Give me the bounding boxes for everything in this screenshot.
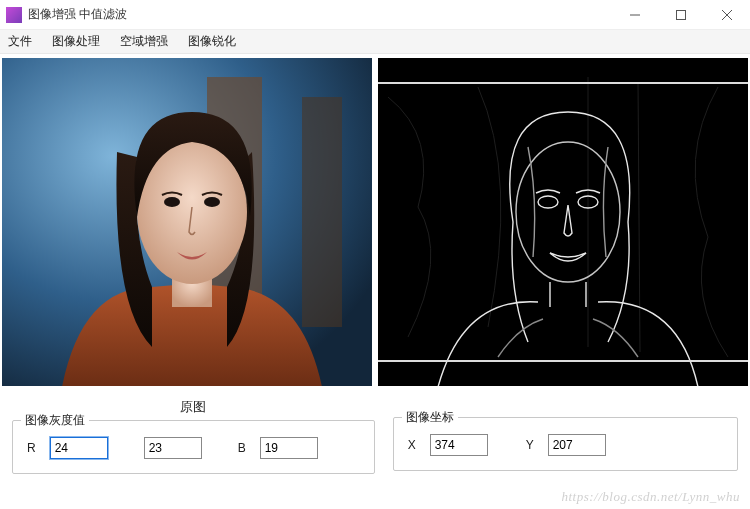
y-input[interactable]: [548, 434, 606, 456]
svg-point-9: [164, 197, 180, 207]
window-title: 图像增强 中值滤波: [28, 6, 127, 23]
svg-rect-1: [677, 10, 686, 19]
menu-file[interactable]: 文件: [8, 33, 32, 50]
menu-bar: 文件 图像处理 空域增强 图像锐化: [0, 30, 750, 54]
title-bar: 图像增强 中值滤波: [0, 0, 750, 30]
menu-image-sharpen[interactable]: 图像锐化: [188, 33, 236, 50]
coord-group-label: 图像坐标: [402, 409, 458, 426]
b-input[interactable]: [260, 437, 318, 459]
menu-spatial-enhance[interactable]: 空域增强: [120, 33, 168, 50]
r-label: R: [27, 441, 36, 455]
left-panel: 原图 图像灰度值 R B: [12, 398, 375, 474]
y-label: Y: [526, 438, 534, 452]
svg-rect-6: [302, 97, 342, 327]
processed-image: [378, 58, 748, 386]
minimize-icon: [630, 10, 640, 20]
maximize-button[interactable]: [658, 0, 704, 30]
b-label: B: [238, 441, 246, 455]
bottom-panels: 原图 图像灰度值 R B 图像坐标 X Y: [0, 388, 750, 478]
menu-image-processing[interactable]: 图像处理: [52, 33, 100, 50]
close-icon: [722, 10, 732, 20]
x-input[interactable]: [430, 434, 488, 456]
processed-image-pane[interactable]: [378, 58, 748, 386]
right-panel: 图像坐标 X Y: [393, 398, 738, 474]
bottom-border-line: [378, 360, 748, 362]
gray-value-group: 图像灰度值 R B: [12, 420, 375, 474]
gray-group-label: 图像灰度值: [21, 412, 89, 429]
x-label: X: [408, 438, 416, 452]
svg-point-10: [204, 197, 220, 207]
original-image-pane[interactable]: [2, 58, 372, 386]
watermark-text: https://blog.csdn.net/Lynn_whu: [561, 489, 740, 505]
minimize-button[interactable]: [612, 0, 658, 30]
coord-group: 图像坐标 X Y: [393, 417, 738, 471]
maximize-icon: [676, 10, 686, 20]
close-button[interactable]: [704, 0, 750, 30]
top-border-line: [378, 82, 748, 84]
original-image: [2, 58, 372, 386]
r-input[interactable]: [50, 437, 108, 459]
image-area: [0, 54, 750, 388]
svg-rect-11: [378, 58, 748, 386]
g-input[interactable]: [144, 437, 202, 459]
app-icon: [6, 7, 22, 23]
